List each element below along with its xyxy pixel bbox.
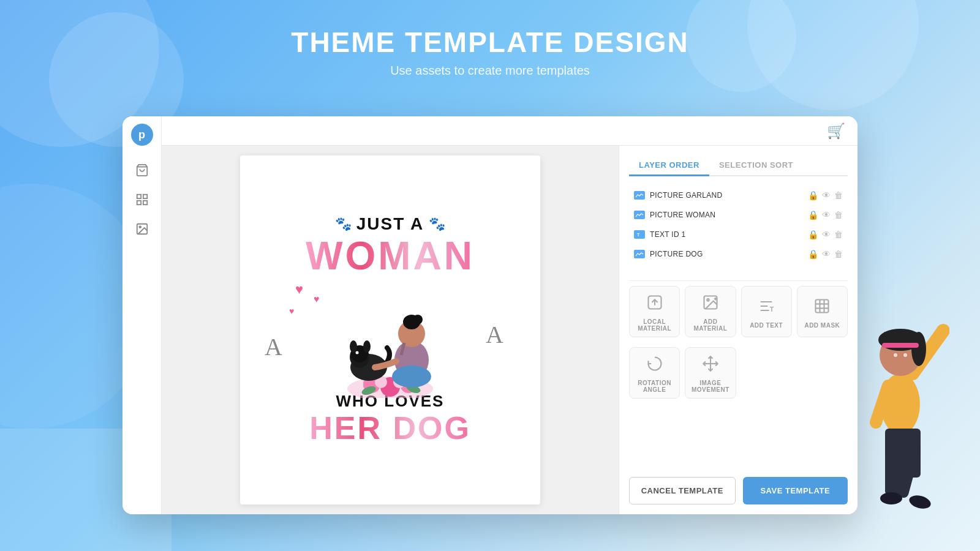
- svg-point-4: [911, 332, 926, 366]
- local-material-icon: [646, 294, 663, 315]
- svg-point-13: [908, 493, 932, 511]
- layer-name-dog: PICTURE DOG: [650, 250, 803, 258]
- tab-selection-sort[interactable]: SELECTION SORT: [709, 156, 803, 176]
- sidebar-logo: p: [131, 124, 153, 146]
- add-material-button[interactable]: ADD MATERIAL: [685, 286, 736, 337]
- app-window: p 🛒: [123, 116, 858, 514]
- sidebar-item-grid[interactable]: [130, 187, 154, 212]
- heart-decoration-3: ♥: [289, 306, 294, 316]
- local-material-label: LOCAL MATERIAL: [632, 318, 677, 332]
- layer-actions-text: 🔒 👁 🗑: [808, 230, 843, 239]
- svg-text:T: T: [637, 233, 640, 237]
- svg-rect-41: [635, 192, 644, 198]
- layer-visible-text[interactable]: 👁: [822, 230, 831, 239]
- heart-decoration-1: ♥: [295, 282, 303, 298]
- rotation-angle-label: ROTATION ANGLE: [632, 380, 677, 393]
- canvas-content: 🐾 JUST A 🐾 WOMAN ♥ ♥ ♥ A A: [240, 156, 540, 504]
- layer-item-garland[interactable]: PICTURE GARLAND 🔒 👁 🗑: [629, 186, 848, 204]
- svg-rect-17: [137, 201, 140, 204]
- action-buttons: CANCEL TEMPLATE SAVE TEMPLATE: [629, 477, 848, 504]
- rotation-angle-button[interactable]: ROTATION ANGLE: [629, 347, 680, 399]
- logo-letter: p: [138, 129, 145, 141]
- layer-visible-dog[interactable]: 👁: [822, 249, 831, 259]
- page-header: THEME TEMPLATE DESIGN Use assets to crea…: [0, 0, 980, 90]
- layer-visible-garland[interactable]: 👁: [822, 190, 831, 200]
- add-text-label: ADD TEXT: [750, 322, 783, 329]
- add-material-label: ADD MATERIAL: [688, 318, 733, 332]
- tab-layer-order[interactable]: LAYER ORDER: [629, 156, 709, 176]
- svg-point-33: [363, 340, 371, 353]
- divider-1: [629, 280, 848, 281]
- tools-row-1: LOCAL MATERIAL ADD MATERIAL: [629, 286, 848, 337]
- canvas-illustration-svg: [323, 276, 458, 398]
- canvas-letter-a-right: A: [486, 320, 503, 349]
- layer-name-garland: PICTURE GARLAND: [650, 191, 803, 200]
- layer-actions-garland: 🔒 👁 🗑: [808, 190, 843, 200]
- sidebar-item-bag[interactable]: [130, 158, 154, 182]
- add-text-button[interactable]: T ADD TEXT: [741, 286, 792, 337]
- tabs-container: LAYER ORDER SELECTION SORT: [629, 156, 848, 176]
- layer-lock-text[interactable]: 🔒: [808, 230, 818, 239]
- topbar: 🛒: [162, 116, 858, 146]
- canvas-text-just-a: JUST A: [356, 214, 424, 234]
- svg-point-20: [139, 226, 141, 228]
- page-title: THEME TEMPLATE DESIGN: [0, 26, 980, 59]
- add-text-icon: T: [758, 298, 775, 318]
- layer-icon-garland: [634, 191, 645, 200]
- layer-name-woman: PICTURE WOMAN: [650, 211, 803, 219]
- svg-rect-42: [635, 212, 644, 218]
- add-material-icon: [702, 294, 719, 315]
- svg-rect-15: [137, 195, 140, 198]
- layer-delete-garland[interactable]: 🗑: [834, 190, 843, 200]
- layer-lock-garland[interactable]: 🔒: [808, 190, 818, 200]
- page-subtitle: Use assets to create more templates: [0, 64, 980, 78]
- layer-icon-dog: [634, 250, 645, 258]
- layer-visible-woman[interactable]: 👁: [822, 210, 831, 220]
- canvas-area: 🐾 JUST A 🐾 WOMAN ♥ ♥ ♥ A A: [162, 146, 619, 514]
- svg-point-32: [350, 340, 357, 353]
- image-movement-button[interactable]: IMAGE MOVEMENT: [685, 347, 736, 399]
- layer-item-text[interactable]: T TEXT ID 1 🔒 👁 🗑: [629, 225, 848, 244]
- local-material-button[interactable]: LOCAL MATERIAL: [629, 286, 680, 337]
- cart-icon[interactable]: 🛒: [827, 122, 845, 140]
- layer-name-text: TEXT ID 1: [650, 230, 803, 239]
- image-movement-label: IMAGE MOVEMENT: [688, 380, 733, 393]
- svg-point-6: [894, 353, 897, 357]
- rotation-angle-icon: [646, 355, 663, 376]
- canvas-card: 🐾 JUST A 🐾 WOMAN ♥ ♥ ♥ A A: [240, 156, 540, 504]
- decorative-character: [827, 282, 949, 514]
- layer-item-woman[interactable]: PICTURE WOMAN 🔒 👁 🗑: [629, 206, 848, 224]
- svg-rect-16: [143, 195, 146, 198]
- canvas-illustration: ♥ ♥ ♥ A A: [240, 276, 540, 398]
- svg-text:T: T: [770, 305, 774, 313]
- image-movement-icon: [702, 355, 719, 376]
- sidebar: p: [123, 116, 162, 514]
- layer-delete-text[interactable]: 🗑: [834, 230, 843, 239]
- layer-item-dog[interactable]: PICTURE DOG 🔒 👁 🗑: [629, 245, 848, 263]
- layer-delete-woman[interactable]: 🗑: [834, 210, 843, 220]
- svg-point-38: [413, 315, 423, 324]
- layer-icon-text: T: [634, 230, 645, 239]
- right-panel: LAYER ORDER SELECTION SORT PICTURE GARLA…: [619, 146, 858, 514]
- canvas-text-woman: WOMAN: [306, 236, 475, 276]
- svg-rect-5: [882, 343, 919, 348]
- svg-rect-18: [143, 201, 146, 204]
- cancel-template-button[interactable]: CANCEL TEMPLATE: [629, 477, 736, 504]
- layer-delete-dog[interactable]: 🗑: [834, 249, 843, 259]
- tools-row-2: ROTATION ANGLE IMAGE MOVEMENT: [629, 347, 848, 399]
- layer-lock-woman[interactable]: 🔒: [808, 210, 818, 220]
- svg-rect-45: [635, 251, 644, 257]
- sidebar-item-image[interactable]: [130, 217, 154, 241]
- layer-actions-woman: 🔒 👁 🗑: [808, 210, 843, 220]
- svg-point-12: [880, 492, 902, 504]
- canvas-letter-a-left: A: [265, 332, 282, 361]
- heart-decoration-2: ♥: [314, 294, 320, 305]
- svg-point-39: [392, 365, 431, 388]
- layer-icon-woman: [634, 211, 645, 219]
- layer-lock-dog[interactable]: 🔒: [808, 249, 818, 259]
- layer-actions-dog: 🔒 👁 🗑: [808, 249, 843, 259]
- layer-list: PICTURE GARLAND 🔒 👁 🗑 PICTURE WOMAN 🔒 👁 …: [629, 186, 848, 263]
- svg-point-34: [356, 351, 359, 354]
- canvas-text-her-dog: HER DOG: [309, 411, 471, 446]
- svg-point-7: [903, 353, 907, 357]
